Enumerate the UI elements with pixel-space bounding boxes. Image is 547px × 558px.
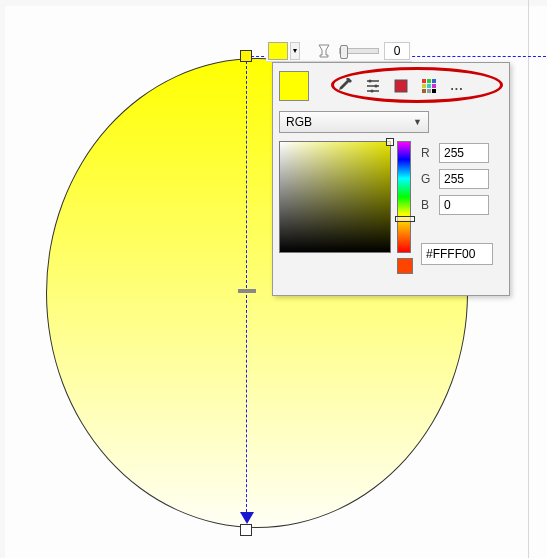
chevron-down-icon: ▾	[293, 46, 297, 55]
color-mode-select[interactable]: RGB ▼	[279, 111, 429, 133]
svg-rect-3	[395, 80, 407, 92]
ruler-top	[0, 0, 547, 6]
hue-slider[interactable]	[397, 141, 411, 253]
chevron-down-icon: ▼	[413, 117, 422, 127]
hue-preview-swatch	[397, 258, 413, 274]
ruler-left	[0, 0, 5, 558]
sliders-button[interactable]	[361, 74, 385, 98]
gradient-start-handle[interactable]	[240, 50, 252, 62]
page-edge-guide	[528, 0, 529, 558]
swatch-tool-icon	[393, 78, 409, 94]
svg-rect-8	[427, 84, 431, 88]
color-picker-panel: ... RGB ▼ R 255 G 255 B 0	[272, 62, 510, 296]
context-toolbar: ▾ 0	[266, 40, 412, 62]
g-input[interactable]: 255	[439, 169, 489, 189]
gradient-end-handle[interactable]	[240, 524, 252, 536]
current-color-swatch[interactable]	[279, 71, 309, 101]
svg-rect-4	[422, 79, 426, 83]
gradient-direction-arrow	[240, 512, 254, 524]
sv-marker[interactable]	[386, 138, 394, 146]
saturation-value-field[interactable]	[279, 141, 391, 253]
svg-rect-7	[422, 84, 426, 88]
more-options-button[interactable]: ...	[445, 74, 469, 98]
hue-thumb[interactable]	[395, 216, 415, 222]
svg-point-2	[371, 90, 374, 93]
b-input[interactable]: 0	[439, 195, 489, 215]
hex-input[interactable]: #FFFF00	[421, 243, 493, 265]
sliders-icon	[365, 78, 381, 94]
ellipsis-icon: ...	[450, 79, 463, 93]
eyedropper-icon	[337, 78, 353, 94]
svg-rect-5	[427, 79, 431, 83]
palette-icon	[421, 78, 437, 94]
b-label: B	[421, 198, 433, 212]
svg-rect-12	[432, 89, 436, 93]
svg-rect-9	[432, 84, 436, 88]
g-label: G	[421, 172, 433, 186]
r-label: R	[421, 146, 433, 160]
r-input[interactable]: 255	[439, 143, 489, 163]
svg-rect-10	[422, 89, 426, 93]
current-stop-swatch[interactable]	[268, 42, 288, 60]
stop-opacity-value[interactable]: 0	[384, 42, 410, 60]
slider-thumb[interactable]	[340, 45, 348, 59]
svg-point-0	[369, 80, 372, 83]
palette-grid-button[interactable]	[417, 74, 441, 98]
svg-rect-11	[427, 89, 431, 93]
gradient-midpoint-handle[interactable]	[238, 289, 256, 293]
color-mode-label: RGB	[286, 115, 312, 129]
swatch-tool-button[interactable]	[389, 74, 413, 98]
svg-point-1	[375, 85, 378, 88]
picker-tool-group: ...	[327, 72, 475, 100]
opacity-goblet-icon	[314, 42, 334, 60]
stop-opacity-slider[interactable]	[339, 48, 379, 54]
svg-rect-6	[432, 79, 436, 83]
eyedropper-button[interactable]	[333, 74, 357, 98]
swatch-dropdown-button[interactable]: ▾	[290, 42, 300, 60]
